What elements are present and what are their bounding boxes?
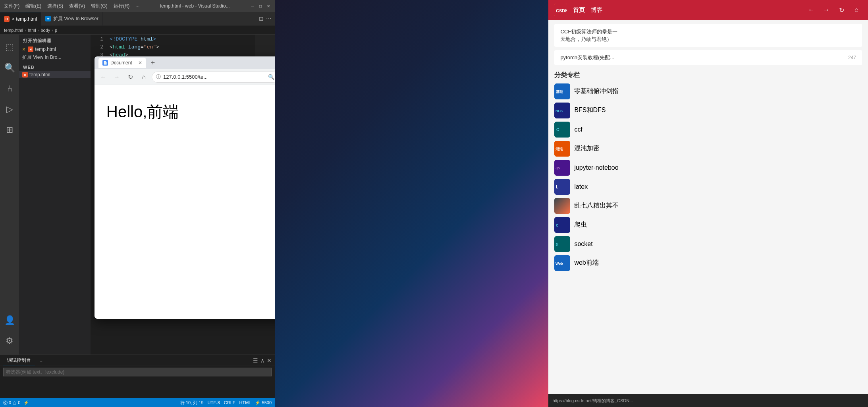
breadcrumb-body[interactable]: body — [41, 28, 50, 33]
csdn-cat-luanqibazao[interactable]: 乱七八糟出其不 — [554, 198, 862, 214]
debug-icon[interactable]: ▷ — [0, 100, 19, 119]
csdn-cat-latex[interactable]: L latex — [554, 179, 862, 195]
csdn-cat-name-luanqibazao: 乱七八糟出其不 — [574, 202, 619, 210]
menu-more[interactable]: ... — [135, 3, 139, 10]
menu-view[interactable]: 查看(V) — [69, 3, 85, 10]
csdn-cat-socket[interactable]: S socket — [554, 236, 862, 252]
activity-bottom: 👤 ⚙ — [0, 311, 19, 355]
csdn-cat-icon-web: Web — [554, 255, 570, 271]
source-control-icon[interactable]: ⑃ — [0, 79, 19, 98]
breadcrumb-sep: › — [25, 28, 26, 33]
account-icon[interactable]: 👤 — [0, 311, 19, 330]
csdn-cat-bfs[interactable]: BFS BFS和DFS — [554, 103, 862, 118]
browser-tab-close[interactable]: ✕ — [138, 60, 142, 66]
status-left: ⓪ 0 △ 0 ⚡ — [3, 400, 29, 406]
forward-button[interactable]: → — [111, 72, 122, 83]
sidebar-item-view-in-browser[interactable]: 扩展 View In Bro... — [19, 53, 91, 62]
csdn-reload-btn[interactable]: ↻ — [836, 4, 847, 16]
csdn-cat-icon-jupyter: Jp — [554, 160, 570, 176]
editor-area[interactable]: 1 2 3 4 5 6 7 8 9 10 11 12 <!DOCTYPE htm… — [91, 35, 275, 355]
port-status[interactable]: ⚡ 5500 — [255, 400, 272, 405]
sidebar-item-temp-html-open[interactable]: H temp.html — [19, 45, 91, 53]
code-line-2: <html lang="en"> — [106, 43, 255, 51]
debug-console-tab[interactable]: 调试控制台 — [3, 355, 35, 366]
tab-view-in-browser[interactable]: ⇒ 扩展 View In Browser — [41, 12, 103, 26]
collapse-panel-icon[interactable]: ∧ — [260, 357, 264, 364]
filter-input[interactable] — [3, 368, 272, 376]
git-status[interactable]: ⓪ 0 △ 0 — [3, 400, 20, 406]
minimize-button[interactable]: ─ — [250, 4, 255, 8]
extensions-icon[interactable]: ⊞ — [0, 120, 19, 140]
csdn-back-btn[interactable]: ← — [806, 4, 817, 16]
back-button[interactable]: ← — [98, 72, 109, 83]
csdn-cat-hunluan[interactable]: 混沌 混沌加密 — [554, 141, 862, 157]
breadcrumb-p[interactable]: p — [55, 28, 57, 33]
line-ending[interactable]: CRLF — [224, 400, 235, 405]
more-panels-icon[interactable]: ... — [36, 355, 48, 366]
filter-bar — [0, 366, 275, 378]
home-button[interactable]: ⌂ — [138, 72, 149, 83]
csdn-cat-icon-hunluan: 混沌 — [554, 141, 570, 157]
csdn-home-btn[interactable]: ⌂ — [851, 4, 862, 16]
breadcrumb: temp.html › html › body › p — [0, 26, 275, 35]
csdn-cat-icon-socket: S — [554, 236, 570, 252]
cursor-position[interactable]: 行 10, 列 19 — [180, 400, 204, 406]
csdn-cat-icon-ccf: C — [554, 122, 570, 138]
encoding[interactable]: UTF-8 — [208, 400, 220, 405]
csdn-cat-name-pachong: 爬虫 — [574, 221, 587, 229]
csdn-cat-pachong[interactable]: C 爬虫 — [554, 217, 862, 233]
breadcrumb-sep2: › — [38, 28, 39, 33]
split-editor-icon[interactable]: ⊟ — [259, 16, 264, 22]
browser-tab-title: Document — [110, 60, 132, 66]
more-actions-icon[interactable]: ⋯ — [266, 16, 272, 22]
new-tab-button[interactable]: + — [148, 58, 158, 68]
title-bar: 文件(F) 编辑(E) 选择(S) 查看(V) 转到(G) 运行(R) ... … — [0, 0, 275, 12]
csdn-cat-jupyter[interactable]: Jp jupyter-noteboo — [554, 160, 862, 176]
svg-text:Web: Web — [556, 262, 563, 266]
error-warning[interactable]: ⚡ — [23, 400, 29, 405]
browser-tab-bar: 📄 Document ✕ + — [98, 58, 275, 68]
sidebar-item-label: temp.html — [29, 72, 50, 78]
zoom-icon[interactable]: 🔍 — [268, 74, 274, 80]
menu-go[interactable]: 转到(G) — [91, 3, 107, 10]
close-button[interactable]: ✕ — [266, 4, 271, 8]
csdn-cat-name-ccf: ccf — [574, 126, 582, 133]
settings-icon[interactable]: ⚙ — [0, 331, 19, 351]
csdn-pytorch-text: pytorch安装教程(先配... — [560, 54, 614, 61]
extension-icon: ⇒ — [45, 16, 51, 21]
search-icon[interactable]: 🔍 — [0, 58, 19, 78]
csdn-cat-jichu[interactable]: 基础 零基础俯冲剑指 — [554, 83, 862, 99]
close-panel-icon[interactable]: ✕ — [267, 357, 272, 364]
tab-temp-html[interactable]: H × temp.html — [0, 12, 41, 26]
breadcrumb-html[interactable]: html — [28, 28, 36, 33]
csdn-article-1[interactable]: CCF初级算法师的拳是一 天地合，乃敢与君绝） — [554, 24, 862, 47]
vscode-panel: 文件(F) 编辑(E) 选择(S) 查看(V) 转到(G) 运行(R) ... … — [0, 0, 275, 407]
csdn-cat-icon-bfs: BFS — [554, 103, 570, 118]
csdn-forward-btn[interactable]: → — [821, 4, 832, 16]
sidebar-item-web-temp-html[interactable]: H temp.html — [19, 71, 91, 78]
menu-run[interactable]: 运行(R) — [114, 3, 130, 10]
reload-button[interactable]: ↻ — [125, 72, 136, 83]
tab-label: × temp.html — [12, 16, 37, 22]
address-bar[interactable]: ⓘ 127.0.0.1:5500/te... 🔍 — [152, 72, 275, 83]
language-mode[interactable]: HTML — [239, 400, 251, 405]
browser-tab[interactable]: 📄 Document ✕ — [98, 58, 146, 68]
explorer-icon[interactable]: ⬚ — [0, 38, 19, 57]
menu-file[interactable]: 文件(F) — [4, 3, 19, 10]
menu-select[interactable]: 选择(S) — [47, 3, 63, 10]
csdn-pytorch-item[interactable]: pytorch安装教程(先配... 247 — [554, 50, 862, 65]
csdn-nav-home[interactable]: 首页 — [573, 6, 585, 14]
url-text: 127.0.0.1:5500/te... — [163, 74, 208, 80]
csdn-cat-web[interactable]: Web web前端 — [554, 255, 862, 271]
csdn-cat-ccf[interactable]: C ccf — [554, 122, 862, 138]
filter-list-icon[interactable]: ☰ — [253, 357, 258, 364]
svg-rect-14 — [554, 198, 570, 214]
menu-edit[interactable]: 编辑(E) — [25, 3, 41, 10]
csdn-panel: CSDN 首页 博客 ← → ↻ ⌂ CCF初级算法师的拳是一 天地合，乃敢与君… — [548, 0, 868, 407]
csdn-section-title: 分类专栏 — [554, 71, 862, 79]
csdn-nav-blog[interactable]: 博客 — [591, 6, 603, 14]
breadcrumb-file[interactable]: temp.html — [4, 28, 23, 33]
csdn-cat-name-jichu: 零基础俯冲剑指 — [574, 87, 619, 95]
html-icon: H — [28, 47, 33, 52]
maximize-button[interactable]: □ — [258, 4, 263, 8]
